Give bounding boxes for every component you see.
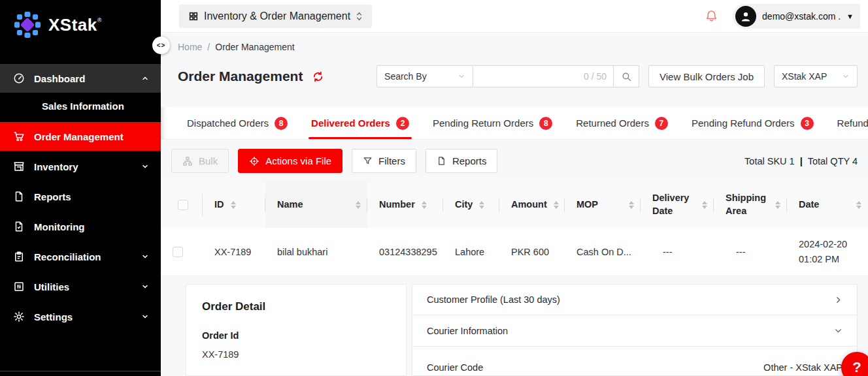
order-detail-card: Order Detail Order Id XX-7189 (186, 284, 407, 376)
sort-icon[interactable] (356, 201, 361, 209)
sidebar-collapse-toggle[interactable]: <> (152, 37, 170, 54)
cell-amount: PKR 600 (499, 228, 565, 275)
monitoring-file-icon (13, 221, 25, 232)
tab-returned-orders[interactable]: Returned Orders 7 (564, 107, 680, 139)
cart-icon (13, 131, 25, 142)
column-header-city[interactable]: City (443, 182, 499, 228)
table-row[interactable]: XX-7189 bilal bukhari 03124338295 Lahore… (161, 228, 868, 276)
courier-information-accordion[interactable]: Courier Information (412, 315, 858, 347)
total-qty: Total QTY 4 (808, 156, 858, 166)
select-all-checkbox[interactable] (178, 200, 188, 210)
column-label: Date (799, 198, 850, 212)
top-bar-right: demo@xstak.com . ▼ (705, 4, 860, 29)
search-button[interactable] (613, 65, 639, 87)
search-counter: 0 / 50 (584, 71, 607, 82)
page-title: Order Management (178, 69, 303, 84)
sort-icon[interactable] (554, 201, 559, 209)
tab-refunded-orders[interactable]: Refunded Orders 4 (826, 107, 868, 139)
chevron-down-icon (141, 253, 149, 260)
search-input[interactable] (480, 71, 584, 82)
sidebar-item-label: Monitoring (34, 221, 149, 232)
registered-mark: ® (97, 17, 102, 24)
sort-icon[interactable] (479, 201, 484, 209)
sort-icon[interactable] (629, 201, 634, 209)
tab-label: Dispatched Orders (187, 118, 269, 129)
gear-icon (13, 311, 25, 322)
sidebar-item-label: Utilities (34, 281, 132, 292)
customer-profile-accordion[interactable]: Customer Profile (Last 30 days) (412, 284, 858, 315)
notification-bell-icon[interactable] (705, 9, 718, 23)
app-switcher[interactable]: Inventory & Order Management (179, 5, 372, 28)
sidebar-item-label: Dashboard (34, 73, 132, 84)
column-label: Number (379, 198, 415, 212)
avatar (735, 6, 756, 27)
row-checkbox-cell (161, 228, 203, 275)
brand-name: XStak® (48, 10, 102, 39)
caret-down-icon: ▼ (846, 12, 854, 20)
sliders-icon (13, 281, 25, 292)
tab-label: Pending Refund Orders (692, 118, 795, 129)
actions-via-file-button[interactable]: Actions via File (238, 149, 342, 173)
chevron-down-icon (141, 313, 149, 321)
sort-icon[interactable] (856, 201, 861, 209)
courier-information-label: Courier Information (427, 326, 508, 336)
column-header-amount[interactable]: Amount (499, 182, 565, 228)
order-detail-title: Order Detail (202, 300, 390, 313)
breadcrumb-separator: / (207, 42, 210, 52)
chevron-down-icon (458, 72, 465, 80)
user-email: demo@xstak.com . (762, 11, 841, 22)
table-toolbar: Bulk Actions via File Filters Reports To… (161, 140, 868, 182)
sidebar-item-order-management[interactable]: Order Management (0, 122, 161, 151)
column-header-name[interactable]: Name (265, 182, 367, 228)
cell-city: Lahore (443, 228, 499, 275)
xstak-xap-select[interactable]: XStak XAP (774, 65, 858, 87)
sidebar-item-reconciliation[interactable]: Reconciliation (0, 242, 161, 271)
column-label: MOP (576, 198, 622, 212)
sidebar-item-utilities[interactable]: Utilities (0, 272, 161, 301)
breadcrumb-home[interactable]: Home (178, 42, 202, 52)
sidebar-item-sales-information[interactable]: Sales Information (0, 94, 161, 119)
sort-icon[interactable] (422, 201, 427, 209)
sidebar-item-settings[interactable]: Settings (0, 302, 161, 331)
column-header-shipping-area[interactable]: Shipping Area (714, 182, 787, 228)
column-label: City (455, 198, 473, 212)
reports-button[interactable]: Reports (426, 149, 498, 173)
column-header-delivery-date[interactable]: Delivery Date (641, 182, 714, 228)
tab-pending-refund-orders[interactable]: Pending Refund Orders 3 (680, 107, 826, 139)
sidebar-item-dashboard[interactable]: Dashboard (0, 64, 161, 93)
sort-icon[interactable] (702, 201, 707, 209)
breadcrumb: <> Home / Order Management (161, 33, 868, 61)
clipboard-icon (13, 251, 25, 262)
tab-dispatched-orders[interactable]: Dispatched Orders 8 (175, 107, 299, 139)
tab-delivered-orders[interactable]: Delivered Orders 2 (299, 107, 421, 139)
column-label: ID (214, 198, 224, 212)
actions-via-file-label: Actions via File (265, 155, 331, 166)
totals-separator: | (800, 156, 803, 166)
refresh-icon[interactable] (312, 70, 324, 83)
bulk-button[interactable]: Bulk (171, 149, 229, 173)
customer-profile-label: Customer Profile (Last 30 days) (427, 294, 560, 305)
sidebar-item-label: Settings (34, 311, 132, 322)
sidebar-item-monitoring[interactable]: Monitoring (0, 212, 161, 241)
column-header-number[interactable]: Number (367, 182, 443, 228)
sort-icon[interactable] (231, 201, 236, 209)
search-by-select[interactable]: Search By (376, 65, 473, 87)
view-bulk-orders-job-button[interactable]: View Bulk Orders Job (648, 65, 765, 87)
column-label: Shipping Area (726, 192, 769, 217)
tab-pending-return-orders[interactable]: Pending Return Orders 8 (421, 107, 564, 139)
cell-name: bilal bukhari (265, 228, 367, 275)
user-menu[interactable]: demo@xstak.com . ▼ (733, 4, 860, 29)
row-checkbox[interactable] (173, 247, 183, 257)
brand: XStak® (0, 0, 161, 46)
sort-icon[interactable] (775, 201, 780, 209)
column-header-date[interactable]: Date (787, 182, 868, 228)
bulk-label: Bulk (199, 155, 218, 166)
tab-label: Pending Return Orders (433, 118, 533, 129)
sidebar-item-inventory[interactable]: Inventory (0, 152, 161, 181)
filters-button[interactable]: Filters (352, 149, 416, 173)
reports-label: Reports (452, 155, 487, 166)
report-file-icon (13, 191, 25, 202)
column-header-id[interactable]: ID (203, 182, 265, 228)
column-header-mop[interactable]: MOP (565, 182, 641, 228)
sidebar-item-reports[interactable]: Reports (0, 182, 161, 211)
